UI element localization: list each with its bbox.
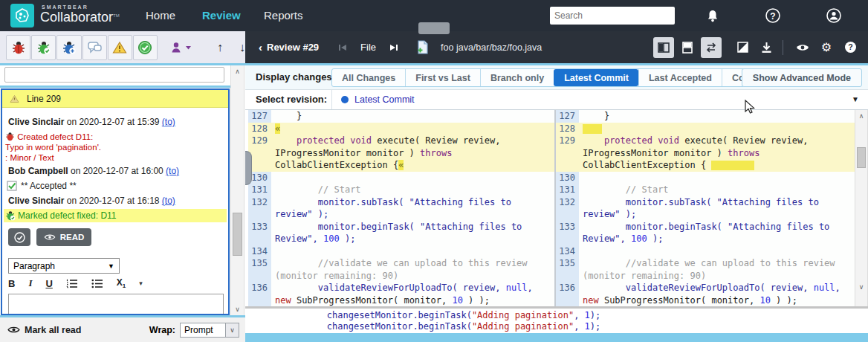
theme-contrast-button[interactable] [732, 37, 753, 58]
reply-textarea[interactable] [8, 294, 224, 314]
code-line[interactable]: 136 validateReviewForUploadTo( review, n… [248, 282, 554, 306]
line-number[interactable]: 132 [556, 196, 579, 221]
create-defect-button[interactable] [6, 35, 30, 60]
comments-button[interactable] [82, 35, 107, 60]
help-filled-button[interactable]: ? [840, 37, 861, 58]
code-line[interactable]: 133 monitor.beginTask( "Attaching files … [556, 221, 855, 245]
nav-review[interactable]: Review [202, 0, 241, 31]
code-line[interactable]: 135 //validate we can upload to this rev… [248, 257, 554, 282]
notifications-bell-icon[interactable] [703, 6, 722, 25]
back-chevron-icon[interactable]: ‹ [259, 41, 262, 54]
code-line[interactable]: 134 [556, 245, 855, 258]
code-line[interactable]: 128 [556, 123, 855, 135]
line-number[interactable]: 128 [248, 123, 271, 135]
overall-comment-input[interactable] [4, 67, 224, 83]
previous-comment-button[interactable]: ↑ [217, 41, 223, 54]
more-formats-button[interactable]: ▾ [139, 280, 143, 287]
code-line[interactable]: 131 // Start [556, 184, 855, 196]
italic-button[interactable]: I [28, 277, 32, 289]
underline-button[interactable]: U [45, 278, 52, 289]
splitter-grip[interactable] [245, 151, 252, 185]
code-line[interactable]: 129 protected void execute( Review revie… [556, 135, 855, 172]
read-button[interactable]: READ [36, 228, 91, 246]
code-line[interactable]: 128« [248, 123, 554, 135]
code-line[interactable]: 127 } [248, 110, 554, 123]
code-scrollbar[interactable]: ∧ ∨ [855, 110, 868, 306]
revision-dropdown[interactable]: Latest Commit ▼ [331, 90, 868, 109]
subscript-button[interactable]: X1 [117, 277, 126, 289]
line-number[interactable]: 128 [556, 123, 579, 135]
goto-link[interactable]: (to) [162, 117, 175, 127]
line-number[interactable]: 129 [556, 135, 579, 172]
accept-button[interactable] [133, 35, 158, 60]
wrap-select-chevron-icon[interactable]: ∨ [226, 323, 239, 338]
show-advanced-mode-button[interactable]: Show Advanced Mode [742, 68, 862, 87]
comment-thread-panel[interactable]: Line 209 Clive Sinclair on 2020-12-07 at… [1, 88, 230, 315]
line-number[interactable]: 136 [248, 282, 271, 306]
code-line[interactable]: 132 monitor.subTask( "Attaching files to… [248, 196, 554, 221]
mark-all-read-button[interactable]: Mark all read [7, 325, 81, 335]
scroll-up-arrow[interactable]: ∧ [855, 110, 867, 122]
revision-caret-icon[interactable]: ▼ [852, 90, 859, 109]
watch-eye-button[interactable] [792, 37, 813, 58]
add-defect-button[interactable] [56, 35, 81, 60]
sidebar-scrollbar[interactable]: ∧ ∨ [230, 65, 244, 315]
scroll-down-arrow[interactable]: ∨ [231, 303, 244, 315]
code-line[interactable]: 130 [248, 172, 554, 184]
over-under-view-button[interactable] [677, 37, 698, 58]
nav-home[interactable]: Home [146, 0, 175, 31]
file-path[interactable]: foo java/bar/baz/foo.java [441, 42, 542, 53]
display-mode-branch-only[interactable]: Branch only [480, 69, 554, 86]
code-line[interactable]: 132 monitor.subTask( "Attaching files to… [556, 196, 855, 221]
swap-sides-button[interactable] [701, 37, 722, 58]
line-number[interactable]: 127 [248, 110, 271, 123]
code-line[interactable]: 131 // Start [248, 184, 554, 196]
ordered-list-icon[interactable] [66, 279, 78, 288]
line-number[interactable]: 132 [248, 196, 271, 221]
next-comment-button[interactable]: ↓ [239, 41, 245, 54]
search-input[interactable] [550, 10, 674, 21]
code-line[interactable]: 134 [248, 245, 554, 258]
display-mode-last-accepted[interactable]: Last Accepted [638, 69, 722, 86]
smartbear-logo-icon[interactable] [10, 4, 34, 28]
acknowledge-button[interactable] [8, 228, 30, 246]
display-mode-latest-commit[interactable]: Latest Commit [554, 69, 638, 86]
code-line[interactable]: 135 //validate we can upload to this rev… [556, 257, 855, 282]
wrap-select[interactable]: Prompt [180, 323, 226, 338]
scroll-down-arrow[interactable]: ∨ [855, 281, 867, 293]
line-number[interactable]: 135 [248, 257, 271, 282]
scrollbar-thumb[interactable] [233, 213, 242, 256]
horizontal-scrollbar[interactable] [245, 333, 868, 342]
goto-link[interactable]: (to) [162, 196, 175, 206]
bold-button[interactable]: B [8, 278, 15, 289]
line-number[interactable]: 136 [556, 282, 579, 306]
unordered-list-icon[interactable] [91, 279, 103, 288]
display-mode-all-changes[interactable]: All Changes [332, 69, 405, 86]
goto-link[interactable]: (to) [166, 166, 179, 176]
participant-menu[interactable] [170, 41, 192, 54]
line-number[interactable]: 127 [556, 110, 579, 123]
line-number[interactable]: 130 [556, 172, 579, 184]
download-button[interactable] [756, 37, 777, 58]
account-icon[interactable] [824, 6, 843, 25]
paragraph-style-select[interactable]: Paragraph ▼ [8, 258, 120, 274]
code-line[interactable]: 127 } [556, 110, 855, 123]
mark-defect-fixed-button[interactable] [31, 35, 56, 60]
line-number[interactable]: 131 [248, 184, 271, 196]
nav-reports[interactable]: Reports [264, 0, 303, 31]
warning-button[interactable] [108, 35, 132, 60]
line-number[interactable]: 133 [556, 221, 579, 245]
code-line[interactable]: 136 validateReviewForUploadTo( review, n… [556, 282, 855, 306]
line-number[interactable]: 135 [556, 257, 579, 282]
line-number[interactable]: 134 [248, 245, 271, 258]
help-icon[interactable]: ? [763, 6, 783, 25]
code-line[interactable]: 130 [556, 172, 855, 184]
code-line[interactable]: 129 protected void execute( Review revie… [248, 135, 554, 172]
scroll-up-arrow[interactable]: ∧ [231, 65, 244, 77]
display-mode-first-vs-last[interactable]: First vs Last [405, 69, 480, 86]
line-number[interactable]: 131 [556, 184, 579, 196]
review-title[interactable]: Review #29 [267, 42, 319, 53]
line-number[interactable]: 134 [556, 245, 579, 258]
next-file-button[interactable] [389, 43, 398, 52]
line-number[interactable]: 133 [248, 221, 271, 245]
